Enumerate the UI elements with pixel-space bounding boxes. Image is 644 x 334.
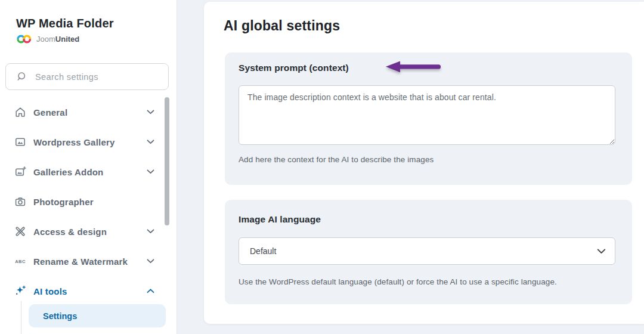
sidebar-item-general[interactable]: General [0,97,177,127]
subitem-tree-line [21,301,21,334]
sidebar-subitem-settings[interactable]: Settings [29,304,166,327]
language-select[interactable]: Default [239,237,615,265]
sidebar-scrollbar-thumb[interactable] [165,97,169,225]
system-prompt-section: System prompt (context) The image descri… [225,52,632,185]
app-title: WP Media Folder [16,17,177,30]
system-prompt-textarea[interactable]: The image description context is a websi… [239,85,615,145]
sidebar-item-label: AI tools [33,286,147,296]
sidebar-item-wordpress-gallery[interactable]: Wordpress Gallery [0,127,177,157]
ai-settings-panel: AI global settings System prompt (contex… [204,2,644,324]
chevron-down-icon [597,249,606,254]
abc-icon: ABC [14,255,26,267]
sidebar-item-label: Rename & Watermark [33,256,147,267]
gallery-add-icon [14,166,26,178]
brand-block: WP Media Folder JoomUnited [0,0,177,45]
home-icon [14,106,26,118]
sidebar-item-label: Photographer [33,197,177,207]
svg-text:ABC: ABC [15,259,26,264]
brand-name: JoomUnited [36,35,79,44]
camera-icon [14,196,26,208]
search-settings-box[interactable] [5,63,169,90]
image-ai-language-section: Image AI language Default Use the WordPr… [225,200,632,304]
image-ai-language-heading: Image AI language [239,214,615,225]
chevron-down-icon [147,229,154,234]
language-select-value: Default [250,246,276,256]
sidebar-item-rename-watermark[interactable]: ABC Rename & Watermark [0,246,177,276]
chevron-down-icon [147,140,154,144]
design-tools-icon [14,225,26,237]
sidebar-nav: General Wordpress Gallery [0,97,177,306]
joomunited-logo-icon [16,33,32,45]
gallery-icon [14,136,26,148]
system-prompt-help: Add here the context for the AI to descr… [239,155,615,164]
sidebar-item-photographer[interactable]: Photographer [0,187,177,217]
sidebar-item-label: Galleries Addon [33,167,147,177]
chevron-down-icon [147,169,154,174]
annotation-arrow-left-icon [385,60,443,76]
chevron-down-icon [147,259,154,264]
sidebar-item-label: Access & design [33,227,147,237]
image-ai-language-help: Use the WordPress default language (defa… [239,277,615,286]
chevron-up-icon [147,289,154,293]
page-title: AI global settings [224,18,644,34]
sidebar-item-galleries-addon[interactable]: Galleries Addon [0,157,177,187]
ai-sparkle-icon [14,285,26,297]
chevron-down-icon [147,110,154,115]
sidebar-item-access-design[interactable]: Access & design [0,217,177,246]
search-icon [17,72,27,82]
search-input[interactable] [35,72,168,82]
sidebar-item-label: General [33,107,147,117]
sidebar-subitem-label: Settings [43,311,77,321]
sidebar-item-label: Wordpress Gallery [33,137,147,147]
settings-sidebar: WP Media Folder JoomUnited [0,0,177,334]
sidebar-item-ai-tools[interactable]: AI tools [0,276,177,306]
